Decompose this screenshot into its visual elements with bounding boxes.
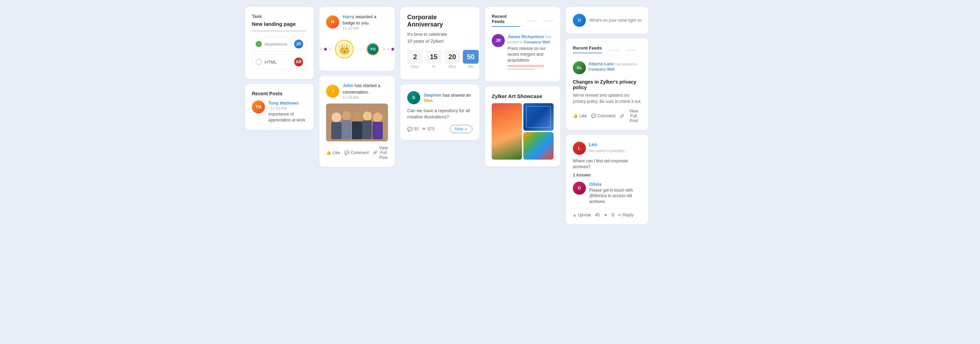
feed2-view-label: View Full Post bbox=[626, 109, 641, 123]
art-2-inner bbox=[526, 106, 551, 128]
idea-new-button[interactable]: New bbox=[450, 125, 473, 133]
question-body: Where can I find old corporate archives? bbox=[573, 158, 641, 170]
feed-avatar-1: JR bbox=[492, 34, 505, 47]
count-mins: 20 Mins bbox=[444, 50, 460, 69]
anniversary-text: It's time to celebrate10 years of Zylker… bbox=[407, 31, 473, 44]
conv-comment-button[interactable]: Comment bbox=[344, 150, 369, 155]
dot-4 bbox=[383, 48, 385, 50]
question-asker[interactable]: Leo bbox=[589, 142, 641, 147]
feeds2-tab-active[interactable]: Recent Feeds bbox=[573, 45, 602, 53]
column-2: H Harry awarded a badge to you. 11:25 AM bbox=[319, 7, 395, 167]
task-item-illustrations[interactable]: ✓ Illustrations JD bbox=[252, 37, 307, 51]
feed-avatar-1-text: JR bbox=[492, 34, 505, 47]
idea-avatar-text: S bbox=[407, 91, 420, 104]
conv-description: John has started a conversation. bbox=[343, 83, 388, 95]
badge-dots-left bbox=[320, 48, 331, 51]
count-hr: 15 Hr bbox=[426, 50, 442, 69]
chevron-down-icon bbox=[465, 126, 467, 131]
feed-item-1: JR James Richardson has posted in Compan… bbox=[492, 34, 554, 70]
post-time: 11:20 PM bbox=[270, 106, 286, 110]
badge-card: H Harry awarded a badge to you. 11:25 AM bbox=[319, 7, 395, 71]
idea-comment-count: 92 bbox=[414, 126, 418, 131]
feed2-info: Alberto Lane has posted in Company Wall bbox=[589, 61, 641, 72]
art-image-3[interactable] bbox=[523, 132, 554, 160]
recent-feeds-2-card: Recent Feeds AL Alberto Lane has posted … bbox=[566, 38, 648, 130]
idea-card: S Stephen has shared an Idea Can we have… bbox=[400, 84, 479, 140]
feed2-wall[interactable]: Company Wall bbox=[589, 67, 614, 71]
answer-author[interactable]: Olivia bbox=[589, 182, 641, 187]
upvote-button[interactable]: Upvote bbox=[573, 213, 591, 218]
answer-avatar-text: O bbox=[573, 182, 586, 195]
feed2-comment-button[interactable]: Comment bbox=[591, 114, 616, 118]
dot-2 bbox=[324, 48, 327, 51]
task-avatar-2-text: AR bbox=[294, 58, 303, 66]
badge-description: Harry awarded a badge to you. bbox=[343, 14, 388, 26]
badge-avatar-text: H bbox=[326, 16, 339, 29]
dot-3 bbox=[329, 48, 331, 50]
feed2-comment-label: Comment bbox=[598, 114, 616, 118]
feed2-author[interactable]: Alberto Lane bbox=[589, 62, 614, 66]
feeds2-tab-line-2 bbox=[626, 50, 636, 51]
chat-icon bbox=[407, 126, 413, 132]
question-avatar: L bbox=[573, 142, 586, 155]
count-days: 2 Days bbox=[407, 50, 423, 69]
reply-button[interactable]: Reply bbox=[618, 213, 634, 218]
question-info: Leo has asked a question. bbox=[589, 142, 641, 153]
task-item-left-2: HTML bbox=[256, 59, 277, 65]
idea-author[interactable]: Stephen bbox=[424, 93, 441, 98]
count-days-label: Days bbox=[407, 65, 423, 69]
reply-label: Reply bbox=[623, 213, 634, 218]
art-image-2[interactable] bbox=[523, 103, 554, 131]
task-item-html[interactable]: HTML AR bbox=[252, 54, 307, 69]
answer-avatar: O bbox=[573, 182, 586, 195]
dot-5 bbox=[387, 48, 389, 50]
upvote-label: Upvote bbox=[578, 213, 591, 218]
task-section-label: Task bbox=[252, 14, 307, 19]
badge-visual: 👑 YO bbox=[326, 34, 388, 64]
feed-author-1[interactable]: James Richardson bbox=[508, 34, 544, 39]
count-hr-box: 15 bbox=[426, 50, 442, 64]
badge-author[interactable]: Harry bbox=[343, 14, 354, 19]
compose-input[interactable] bbox=[589, 18, 641, 23]
countdown: 2 Days 15 Hr 20 Mins 50 Sec bbox=[407, 50, 473, 69]
idea-description: Stephen has shared an Idea bbox=[424, 93, 473, 103]
badge-crown-icon: 👑 bbox=[335, 40, 353, 59]
feed2-comment-icon bbox=[591, 114, 596, 118]
badge-recipient-avatar: YO bbox=[367, 43, 379, 55]
task-name-html: HTML bbox=[264, 59, 277, 65]
conv-author[interactable]: John bbox=[343, 83, 353, 88]
downvote-button[interactable] bbox=[604, 213, 608, 218]
feed-wall-1[interactable]: Company Wall bbox=[524, 40, 550, 44]
conv-header: J John has started a conversation. 11:28… bbox=[326, 83, 388, 99]
answer-content: Olivia Please get in touch with @Monica … bbox=[589, 182, 641, 205]
task-title: New landing page bbox=[252, 21, 307, 27]
column-3: Corporate Anniversary It's time to celeb… bbox=[400, 7, 479, 140]
post-author[interactable]: Tony Mathews bbox=[268, 101, 299, 106]
feed2-like-button[interactable]: Like bbox=[573, 114, 587, 118]
art-1-placeholder bbox=[492, 103, 522, 160]
task-avatar-1: JD bbox=[294, 40, 303, 48]
conv-action-bar: Like Comment 🔗 View Full Post bbox=[326, 146, 388, 160]
compose-card[interactable]: U bbox=[566, 7, 648, 34]
conv-view-button[interactable]: 🔗 View Full Post bbox=[373, 146, 388, 160]
conv-like-button[interactable]: Like bbox=[326, 150, 340, 155]
question-avatar-text: L bbox=[573, 142, 586, 155]
feeds-tab-active[interactable]: Recent Feeds bbox=[492, 14, 520, 27]
task-check-empty bbox=[256, 59, 262, 65]
idea-keyword: Idea bbox=[424, 98, 433, 103]
badge-crowns: 👑 YO bbox=[335, 40, 379, 59]
feed-bar-2 bbox=[508, 69, 535, 70]
post-info: Tony Mathews 11:20 PM Importance of appr… bbox=[268, 101, 307, 123]
art-image-1[interactable] bbox=[492, 103, 522, 160]
badge-recipient-text: YO bbox=[368, 44, 378, 55]
answer-count: 1 Answer bbox=[573, 173, 641, 178]
column-4: Recent Feeds JR James Richardson has pos… bbox=[485, 7, 560, 166]
feed2-post-body: We've revised and updated our privacy po… bbox=[573, 92, 641, 105]
conversation-card: J John has started a conversation. 11:28… bbox=[319, 76, 395, 166]
feed2-view-button[interactable]: 🔗 View Full Post bbox=[620, 109, 641, 123]
idea-new-label: New bbox=[455, 126, 463, 131]
view-icon bbox=[422, 126, 426, 131]
column-1: Task New landing page ✓ Illustrations JD… bbox=[245, 7, 314, 130]
badge-text-block: Harry awarded a badge to you. 11:25 AM bbox=[343, 14, 388, 30]
question-label: has asked a question. bbox=[589, 149, 641, 153]
